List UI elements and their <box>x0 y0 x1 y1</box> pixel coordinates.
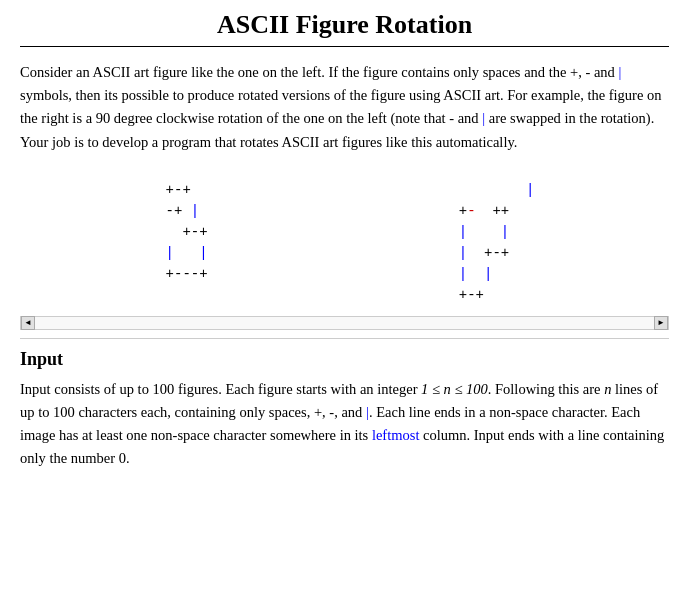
math-expression: 1 ≤ n ≤ 100 <box>421 381 488 397</box>
intro-paragraph: Consider an ASCII art figure like the on… <box>20 61 669 154</box>
input-section-text: Input consists of up to 100 figures. Eac… <box>20 378 669 471</box>
pipe-symbol-1: | <box>618 64 621 80</box>
figures-scroll-area[interactable]: +-+ -+ | +-+ | | +---+ | +- ++ | | | +-+… <box>20 170 669 339</box>
figures-container: +-+ -+ | +-+ | | +---+ | +- ++ | | | +-+… <box>20 170 669 316</box>
page-container: ASCII Figure Rotation Consider an ASCII … <box>0 0 689 491</box>
horizontal-scrollbar[interactable]: ◄ ► <box>20 316 669 330</box>
scroll-right-button[interactable]: ► <box>654 316 668 330</box>
ascii-figure-left: +-+ -+ | +-+ | | +---+ <box>166 180 208 306</box>
page-title: ASCII Figure Rotation <box>20 10 669 40</box>
leftmost-word: leftmost <box>372 427 420 443</box>
pipe-symbol-2: | <box>482 110 485 126</box>
ascii-figure-right: | +- ++ | | | +-+ | | +-+ <box>459 180 535 306</box>
n-variable: n <box>604 381 611 397</box>
input-section-title: Input <box>20 349 669 370</box>
scroll-left-button[interactable]: ◄ <box>21 316 35 330</box>
scroll-track[interactable] <box>35 317 654 329</box>
pipe-symbol-3: | <box>366 404 369 420</box>
title-divider <box>20 46 669 47</box>
